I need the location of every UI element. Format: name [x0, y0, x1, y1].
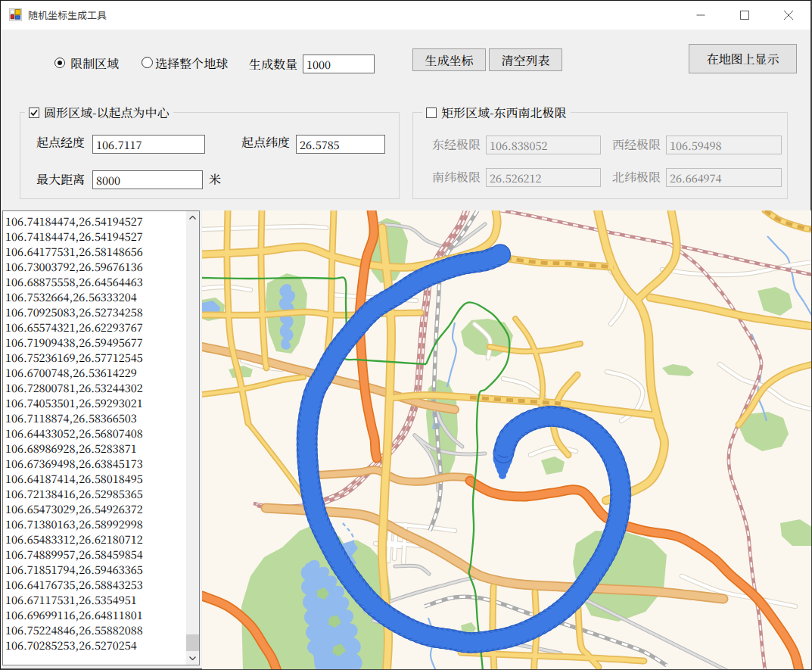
show-on-map-button[interactable]: 在地图上显示: [689, 44, 797, 73]
east-limit-input[interactable]: 106.838052: [486, 136, 601, 154]
list-item[interactable]: 106.74184474,26.54194527: [3, 229, 186, 244]
list-item[interactable]: 106.65483312,26.62180712: [3, 531, 186, 547]
list-item[interactable]: 106.71909438,26.59495677: [3, 335, 186, 350]
list-item[interactable]: 106.7532664,26.56333204: [3, 289, 186, 304]
list-item[interactable]: 106.67369498,26.63845173: [3, 456, 186, 471]
north-limit-input[interactable]: 26.664974: [666, 168, 782, 187]
chevron-down-icon: [189, 656, 196, 660]
start-lng-label: 起点经度: [36, 136, 85, 148]
clear-button[interactable]: 清空列表: [489, 48, 562, 71]
scrollbar-thumb[interactable]: [186, 634, 199, 651]
radio-limit-area-label[interactable]: 限制区域: [70, 58, 119, 70]
meter-unit-label: 米: [209, 173, 221, 185]
list-item[interactable]: 106.75236169,26.57712545: [3, 350, 186, 365]
east-limit-label: 东经极限: [432, 139, 481, 151]
app-window: 随机坐标生成工具 限制区域 选择整个地球 生成数量 1000 生成坐标 清空列表…: [0, 0, 812, 670]
max-dist-input[interactable]: 8000: [92, 170, 203, 189]
map-canvas[interactable]: [202, 210, 811, 669]
maximize-button[interactable]: [723, 1, 767, 30]
list-item[interactable]: 106.68875558,26.64564463: [3, 274, 186, 289]
list-item[interactable]: 106.74889957,26.58459854: [3, 547, 186, 562]
generate-button[interactable]: 生成坐标: [412, 48, 486, 71]
list-item[interactable]: 106.7118874,26.58366503: [3, 410, 186, 425]
circle-area-title: 圆形区域-以起点为中心: [44, 107, 170, 119]
minimize-icon: [696, 11, 705, 20]
count-label: 生成数量: [249, 58, 297, 70]
list-item[interactable]: 106.65574321,26.62293767: [3, 319, 186, 335]
west-limit-label: 西经极限: [612, 139, 661, 151]
list-item[interactable]: 106.64176735,26.58843253: [3, 577, 186, 592]
list-item[interactable]: 106.67117531,26.5354951: [3, 592, 186, 607]
window-title: 随机坐标生成工具: [28, 1, 107, 30]
list-item[interactable]: 106.64433052,26.56807408: [3, 425, 186, 441]
list-item[interactable]: 106.71380163,26.58992998: [3, 516, 186, 531]
list-scrollbar[interactable]: [186, 211, 199, 665]
list-item[interactable]: 106.71851794,26.59463365: [3, 562, 186, 577]
list-item[interactable]: 106.65473029,26.54926372: [3, 501, 186, 516]
minimize-button[interactable]: [679, 1, 723, 30]
south-limit-label: 南纬极限: [432, 171, 481, 183]
rect-area-checkbox[interactable]: [426, 108, 437, 118]
maximize-icon: [740, 11, 749, 20]
south-limit-input[interactable]: 26.526212: [486, 168, 601, 187]
list-item[interactable]: 106.74053501,26.59293021: [3, 395, 186, 410]
list-item[interactable]: 106.72800781,26.53244302: [3, 380, 186, 395]
map-feature: [493, 587, 494, 669]
list-item[interactable]: 106.74184474,26.54194527: [3, 213, 186, 229]
coordinate-list: 106.74184474,26.54194527106.74184474,26.…: [3, 213, 186, 653]
west-limit-input[interactable]: 106.59498: [666, 136, 782, 154]
list-item[interactable]: 106.68986928,26.5283871: [3, 441, 186, 456]
coordinate-listbox[interactable]: 106.74184474,26.54194527106.74184474,26.…: [2, 210, 200, 665]
title-bar[interactable]: 随机坐标生成工具: [1, 1, 810, 30]
start-lat-input[interactable]: 26.5785: [296, 135, 385, 154]
close-button[interactable]: [767, 1, 810, 30]
north-limit-label: 北纬极限: [612, 171, 661, 183]
scrollbar-down-arrow[interactable]: [186, 652, 199, 665]
list-item[interactable]: 106.70285253,26.5270254: [3, 637, 186, 653]
scrollbar-up-arrow[interactable]: [186, 211, 199, 224]
list-item[interactable]: 106.70925083,26.52734258: [3, 304, 186, 319]
list-item[interactable]: 106.64187414,26.58018495: [3, 471, 186, 486]
circle-area-checkbox[interactable]: [29, 108, 39, 118]
radio-whole-earth-label[interactable]: 选择整个地球: [155, 58, 228, 70]
start-lat-label: 起点纬度: [241, 136, 290, 148]
list-item[interactable]: 106.73003792,26.59676136: [3, 259, 186, 274]
chevron-up-icon: [189, 216, 196, 220]
max-dist-label: 最大距离: [36, 173, 85, 185]
list-item[interactable]: 106.6700748,26.53614229: [3, 365, 186, 380]
list-item[interactable]: 106.72138416,26.52985365: [3, 486, 186, 501]
close-icon: [784, 11, 794, 20]
count-input[interactable]: 1000: [303, 55, 375, 73]
list-item[interactable]: 106.75224846,26.55882088: [3, 622, 186, 637]
rect-area-title: 矩形区域-东西南北极限: [441, 107, 567, 119]
start-lng-input[interactable]: 106.7117: [92, 135, 205, 154]
app-icon: [9, 8, 22, 21]
check-icon: [30, 108, 39, 117]
list-item[interactable]: 106.64177531,26.58148656: [3, 244, 186, 259]
list-item[interactable]: 106.69699116,26.64811801: [3, 607, 186, 622]
